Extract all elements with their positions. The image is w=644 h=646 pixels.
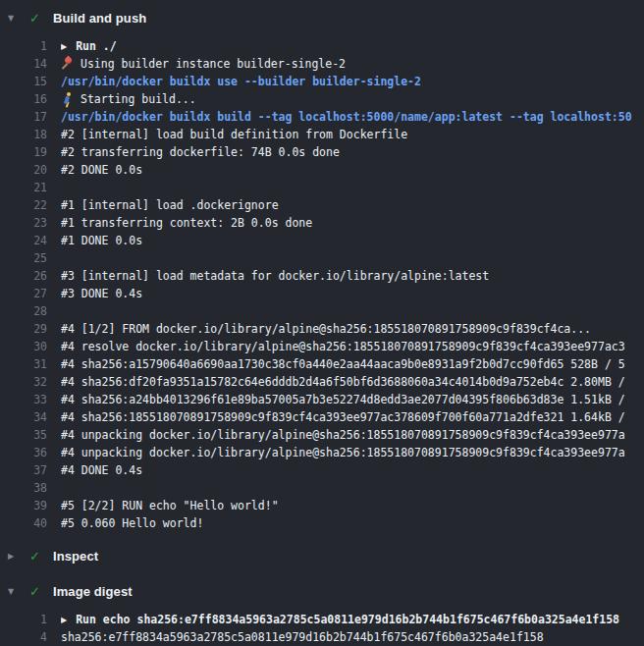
log-line: 32 #4 sha256:df20fa9351a15782c64e6dddb2d… <box>0 373 644 391</box>
line-number[interactable]: 25 <box>0 249 47 267</box>
log-line: 28 <box>0 302 644 320</box>
line-number[interactable]: 29 <box>0 320 47 338</box>
log-line: 26 #3 [internal] load metadata for docke… <box>0 267 644 285</box>
line-text: #5 [2/2] RUN echo "Hello world!" <box>61 497 644 514</box>
log-line: 15 /usr/bin/docker buildx use --builder … <box>0 73 644 90</box>
expand-group-icon[interactable]: ▶ <box>61 612 67 628</box>
line-number[interactable]: 38 <box>0 479 47 497</box>
step-log-lines: 1 ▶Run echo sha256:e7ff8834a5963a2785c5a… <box>0 611 644 646</box>
log-line: 27 #3 DONE 0.4s <box>0 285 644 302</box>
log-line: 19 #2 transferring dockerfile: 74B 0.0s … <box>0 143 644 161</box>
line-text: /usr/bin/docker buildx use --builder bui… <box>61 73 644 90</box>
line-text: #3 DONE 0.4s <box>61 285 644 302</box>
log-line: 33 #4 sha256:a24bb4013296f61e89ba57005a7… <box>0 391 644 408</box>
line-text <box>61 479 644 497</box>
expand-group-icon[interactable]: ▶ <box>61 38 67 55</box>
line-text: #2 [internal] load build definition from… <box>61 126 644 143</box>
success-check-icon: ✓ <box>29 11 53 26</box>
line-text: #1 DONE 0.0s <box>61 232 644 249</box>
log-line: 38 <box>0 479 644 497</box>
pushpin-icon <box>61 57 74 70</box>
line-number[interactable]: 21 <box>0 179 47 196</box>
line-text: #4 [1/2] FROM docker.io/library/alpine@s… <box>61 320 644 338</box>
line-text: #4 resolve docker.io/library/alpine@sha2… <box>61 338 644 355</box>
line-number[interactable]: 24 <box>0 232 47 249</box>
line-number[interactable]: 26 <box>0 267 47 285</box>
step-header[interactable]: ▶ ✓ Inspect <box>0 542 644 569</box>
line-text: Starting build... <box>61 90 644 108</box>
line-number[interactable]: 27 <box>0 285 47 302</box>
line-number[interactable]: 22 <box>0 196 47 214</box>
chevron-icon[interactable]: ▶ <box>0 552 29 561</box>
line-number[interactable]: 20 <box>0 161 47 179</box>
line-number[interactable]: 34 <box>0 408 47 426</box>
log-line: 16 Starting build... <box>0 90 644 108</box>
line-number[interactable]: 31 <box>0 355 47 373</box>
line-number[interactable]: 18 <box>0 126 47 143</box>
line-text: #3 [internal] load metadata for docker.i… <box>61 267 644 285</box>
step-header[interactable]: ▼ ✓ Image digest <box>0 577 644 605</box>
line-text: ▶Run ./ <box>61 37 644 55</box>
line-text: #4 DONE 0.4s <box>61 461 644 479</box>
line-number[interactable]: 33 <box>0 391 47 408</box>
log-line: 1 ▶Run echo sha256:e7ff8834a5963a2785c5a… <box>0 611 644 628</box>
line-number[interactable]: 37 <box>0 461 47 479</box>
log-line: 21 <box>0 179 644 196</box>
line-number[interactable]: 4 <box>0 628 47 646</box>
step-title: Build and push <box>53 11 146 26</box>
log-line: 35 #4 unpacking docker.io/library/alpine… <box>0 426 644 444</box>
line-text: #4 unpacking docker.io/library/alpine@sh… <box>61 444 644 461</box>
line-text: #1 transferring context: 2B 0.0s done <box>61 214 644 232</box>
line-number[interactable]: 16 <box>0 90 47 108</box>
step-log-lines: 1 ▶Run ./ 14 Using builder instance buil… <box>0 37 644 532</box>
log-line: 23 #1 transferring context: 2B 0.0s done <box>0 214 644 232</box>
log-line: 14 Using builder instance builder-single… <box>0 55 644 73</box>
log-line: 29 #4 [1/2] FROM docker.io/library/alpin… <box>0 320 644 338</box>
line-number[interactable]: 1 <box>0 611 47 628</box>
log-line: 30 #4 resolve docker.io/library/alpine@s… <box>0 338 644 355</box>
chevron-icon[interactable]: ▼ <box>0 14 29 23</box>
step-header[interactable]: ▼ ✓ Build and push <box>0 4 644 31</box>
log-line: 34 #4 sha256:185518070891758909c9f839cf4… <box>0 408 644 426</box>
log-line: 22 #1 [internal] load .dockerignore <box>0 196 644 214</box>
chevron-icon[interactable]: ▼ <box>0 587 29 596</box>
line-number[interactable]: 28 <box>0 302 47 320</box>
line-number[interactable]: 39 <box>0 497 47 514</box>
line-text: ▶Run echo sha256:e7ff8834a5963a2785c5a08… <box>61 611 644 628</box>
line-text: #4 sha256:a15790640a6690aa1730c38cf0a440… <box>61 355 644 373</box>
runner-icon <box>61 92 74 105</box>
log-line: 18 #2 [internal] load build definition f… <box>0 126 644 143</box>
step-title: Image digest <box>53 584 133 599</box>
log-line: 17 /usr/bin/docker buildx build --tag lo… <box>0 108 644 126</box>
line-text: #4 sha256:185518070891758909c9f839cf4ca3… <box>61 408 644 426</box>
line-text: #4 sha256:df20fa9351a15782c64e6dddb2d4a6… <box>61 373 644 391</box>
step-section-inspect: ▶ ✓ Inspect <box>0 542 644 569</box>
success-check-icon: ✓ <box>29 584 53 599</box>
log-line: 25 <box>0 249 644 267</box>
line-text: #2 DONE 0.0s <box>61 161 644 179</box>
log-line: 1 ▶Run ./ <box>0 37 644 55</box>
line-number[interactable]: 40 <box>0 514 47 532</box>
line-text: #5 0.060 Hello world! <box>61 514 644 532</box>
line-text: /usr/bin/docker buildx build --tag local… <box>61 108 644 126</box>
log-line: 36 #4 unpacking docker.io/library/alpine… <box>0 444 644 461</box>
log-line: 40 #5 0.060 Hello world! <box>0 514 644 532</box>
line-number[interactable]: 30 <box>0 338 47 355</box>
line-number[interactable]: 15 <box>0 73 47 90</box>
line-number[interactable]: 17 <box>0 108 47 126</box>
line-number[interactable]: 36 <box>0 444 47 461</box>
line-number[interactable]: 19 <box>0 143 47 161</box>
line-text <box>61 179 644 196</box>
line-number[interactable]: 23 <box>0 214 47 232</box>
line-text <box>61 249 644 267</box>
log-line: 39 #5 [2/2] RUN echo "Hello world!" <box>0 497 644 514</box>
line-number[interactable]: 35 <box>0 426 47 444</box>
line-number[interactable]: 14 <box>0 55 47 73</box>
log-line: 4 sha256:e7ff8834a5963a2785c5a0811e979d1… <box>0 628 644 646</box>
line-text: #1 [internal] load .dockerignore <box>61 196 644 214</box>
log-line: 20 #2 DONE 0.0s <box>0 161 644 179</box>
step-section-image-digest: ▼ ✓ Image digest 1 ▶Run echo sha256:e7ff… <box>0 577 644 646</box>
line-number[interactable]: 1 <box>0 37 47 55</box>
line-number[interactable]: 32 <box>0 373 47 391</box>
line-text: Using builder instance builder-single-2 <box>61 55 644 73</box>
